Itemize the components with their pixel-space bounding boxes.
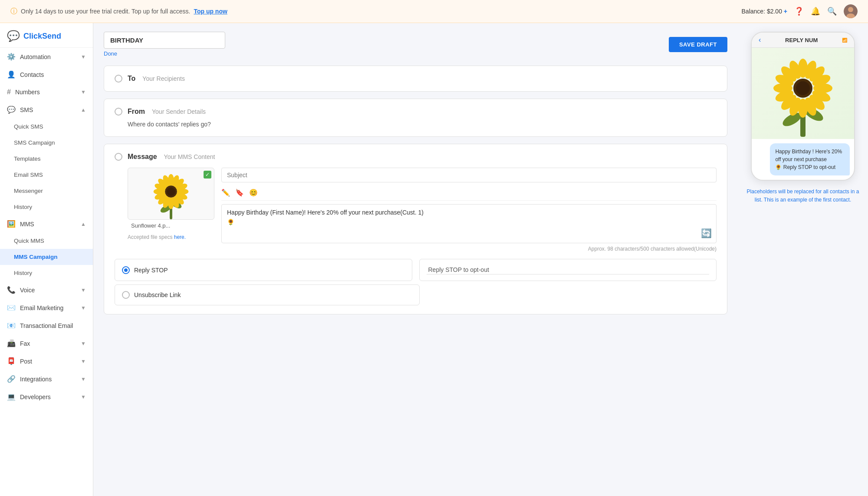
sidebar-label-numbers: Numbers (15, 89, 40, 96)
search-icon[interactable]: 🔍 (827, 7, 837, 16)
reply-stop-radio[interactable] (122, 266, 130, 274)
unsubscribe-radio[interactable] (122, 291, 130, 299)
avatar[interactable] (844, 4, 858, 18)
sidebar-label-mms-campaign: MMS Campaign (14, 254, 58, 260)
to-radio[interactable] (115, 75, 122, 83)
sidebar-item-quick-sms[interactable]: Quick SMS (0, 119, 93, 135)
automation-icon: ⚙️ (7, 53, 16, 61)
message-subtitle: Your MMS Content (164, 153, 215, 160)
add-balance-button[interactable]: + (784, 8, 787, 15)
top-up-link[interactable]: Top up now (194, 8, 227, 15)
sidebar-label-quick-mms: Quick MMS (14, 238, 44, 244)
sidebar-item-history-mms[interactable]: History (0, 265, 93, 281)
sidebar-item-voice[interactable]: 📞Voice ▼ (0, 281, 93, 299)
chevron-down-icon: ▼ (81, 394, 86, 400)
sidebar-item-transactional-email[interactable]: 📧Transactional Email (0, 317, 93, 334)
done-link[interactable]: Done (104, 50, 225, 57)
emoji-icon[interactable]: 😊 (249, 188, 258, 197)
save-draft-button[interactable]: SAVE DRAFT (669, 37, 727, 52)
help-icon[interactable]: ❓ (794, 7, 804, 16)
to-title: To (128, 75, 135, 83)
sidebar-item-sms[interactable]: 💬SMS ▲ (0, 101, 93, 119)
logo: 💬 ClickSend (0, 23, 93, 48)
chevron-down-icon: ▼ (81, 376, 86, 382)
emoji-in-body: 🌻 (227, 218, 711, 225)
sms-icon: 💬 (7, 106, 16, 114)
email-marketing-icon: ✉️ (7, 304, 16, 312)
sidebar-label-contacts: Contacts (20, 71, 44, 78)
sidebar-label-templates: Templates (14, 155, 41, 162)
notifications-icon[interactable]: 🔔 (811, 7, 820, 16)
file-specs-link[interactable]: here. (174, 234, 186, 240)
replies-link[interactable]: Where do contacts' replies go? (128, 121, 717, 128)
bubble-emoji: 🌻 (775, 164, 783, 170)
logo-text: ClickSend (23, 32, 61, 41)
warning-icon: ⓘ (10, 7, 17, 16)
sidebar-item-mms[interactable]: 🖼️MMS ▲ (0, 215, 93, 233)
reply-stop-option[interactable]: Reply STOP (115, 259, 412, 281)
chevron-down-icon: ▼ (81, 287, 86, 293)
sidebar-item-templates[interactable]: Templates (0, 151, 93, 167)
phone-contact-title: REPLY NUM (785, 37, 818, 43)
sidebar-label-history-mms: History (14, 270, 32, 276)
sidebar: 💬 ClickSend ⚙️Automation ▼ 👤Contacts #Nu… (0, 23, 93, 496)
sidebar-item-fax[interactable]: 📠Fax ▼ (0, 334, 93, 352)
balance-display: Balance: $2.00 + (742, 8, 787, 15)
draft-row: Done SAVE DRAFT (104, 32, 727, 57)
sidebar-label-post: Post (20, 358, 32, 365)
sidebar-item-email-marketing[interactable]: ✉️Email Marketing ▼ (0, 299, 93, 317)
sidebar-item-developers[interactable]: 💻Developers ▼ (0, 388, 93, 406)
sidebar-label-transactional-email: Transactional Email (20, 322, 73, 329)
sidebar-label-fax: Fax (20, 340, 30, 347)
sidebar-item-integrations[interactable]: 🔗Integrations ▼ (0, 370, 93, 388)
from-radio[interactable] (115, 108, 122, 116)
file-specs: Accepted file specs here. (128, 234, 214, 240)
phone-sunflower-image (768, 50, 838, 137)
svg-point-44 (796, 81, 810, 95)
transactional-email-icon: 📧 (7, 321, 16, 330)
sidebar-label-email-marketing: Email Marketing (20, 304, 63, 311)
reply-stop-text-input[interactable] (427, 265, 710, 274)
sidebar-label-messenger: Messenger (14, 188, 43, 194)
sidebar-label-history-sms: History (14, 204, 32, 210)
svg-point-23 (167, 187, 175, 196)
sidebar-item-mms-campaign[interactable]: MMS Campaign (0, 249, 93, 265)
numbers-icon: # (7, 88, 11, 96)
unsubscribe-option[interactable]: Unsubscribe Link (115, 284, 420, 305)
sidebar-item-history-sms[interactable]: History (0, 199, 93, 215)
chevron-up-icon: ▲ (81, 221, 86, 227)
sidebar-item-messenger[interactable]: Messenger (0, 183, 93, 199)
chevron-up-icon: ▲ (81, 107, 86, 113)
unsubscribe-label: Unsubscribe Link (134, 291, 181, 298)
sidebar-item-sms-campaign[interactable]: SMS Campaign (0, 135, 93, 151)
message-radio[interactable] (115, 153, 122, 161)
chevron-down-icon: ▼ (81, 358, 86, 364)
voice-icon: 📞 (7, 286, 16, 294)
subject-input[interactable] (221, 168, 717, 182)
sidebar-item-post[interactable]: 📮Post ▼ (0, 352, 93, 370)
sidebar-label-sms: SMS (20, 106, 33, 113)
sidebar-label-quick-sms: Quick SMS (14, 123, 43, 130)
phone-signal: 📶 (842, 38, 847, 43)
sidebar-item-contacts[interactable]: 👤Contacts (0, 66, 93, 83)
sidebar-item-numbers[interactable]: #Numbers ▼ (0, 83, 93, 101)
message-title: Message (128, 153, 157, 161)
media-filename: Sunflower 4.p... (128, 220, 214, 231)
sidebar-item-automation[interactable]: ⚙️Automation ▼ (0, 48, 93, 66)
sidebar-label-sms-campaign: SMS Campaign (14, 139, 55, 146)
draft-name-input[interactable] (104, 32, 225, 49)
to-section: To Your Recipients (104, 66, 727, 92)
char-count: Approx. 98 characters/500 characters all… (221, 246, 717, 252)
refresh-icon[interactable]: 🔄 (701, 228, 712, 238)
message-body[interactable]: Happy Birthday (First Name)! Here's 20% … (221, 204, 717, 243)
sidebar-item-quick-mms[interactable]: Quick MMS (0, 233, 93, 249)
media-preview[interactable]: ✓ (128, 168, 214, 220)
sidebar-label-integrations: Integrations (20, 376, 52, 383)
sidebar-item-email-sms[interactable]: Email SMS (0, 167, 93, 183)
developers-icon: 💻 (7, 393, 16, 401)
bookmark-icon[interactable]: 🔖 (235, 188, 244, 197)
to-subtitle: Your Recipients (142, 75, 185, 82)
edit-icon[interactable]: ✏️ (221, 188, 230, 197)
sunflower-image (128, 168, 214, 219)
phone-back-icon[interactable]: ‹ (759, 36, 761, 44)
